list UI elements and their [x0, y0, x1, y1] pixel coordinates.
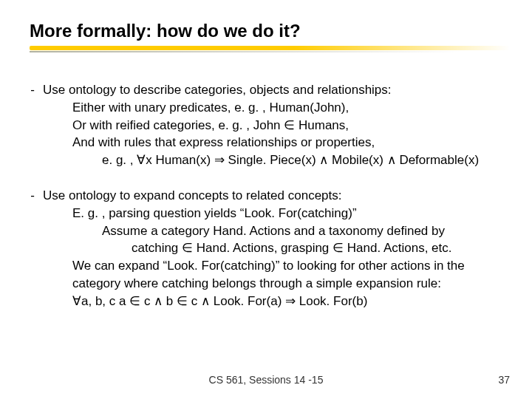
bullet-line: Use ontology to describe categories, obj… — [43, 81, 510, 99]
footer-course: CS 561, Sessions 14 -15 — [0, 374, 532, 386]
bullet-line: E. g. , parsing question yields “Look. F… — [43, 205, 510, 222]
slide: More formally: how do we do it? - Use on… — [0, 0, 532, 399]
bullet-line: Assume a category Hand. Actions and a ta… — [43, 222, 510, 240]
bullet-dash: - — [22, 81, 43, 169]
slide-title: More formally: how do we do it? — [30, 21, 301, 41]
bullet-item: - Use ontology to describe categories, o… — [22, 81, 510, 169]
bullet-line: Or with reified categories, e. g. , John… — [43, 117, 510, 134]
bullet-content: Use ontology to describe categories, obj… — [43, 81, 510, 169]
bullet-line: Either with unary predicates, e. g. , Hu… — [43, 99, 510, 117]
bullet-line: Use ontology to expand concepts to relat… — [43, 187, 510, 205]
bullet-line: We can expand “Look. For(catching)” to l… — [43, 257, 510, 293]
bullet-dash: - — [22, 187, 43, 310]
bullet-line: e. g. , ∀x Human(x) ⇒ Single. Piece(x) ∧… — [43, 151, 510, 169]
page-number: 37 — [498, 374, 510, 386]
slide-body: - Use ontology to describe categories, o… — [22, 81, 510, 328]
bullet-content: Use ontology to expand concepts to relat… — [43, 187, 510, 310]
title-underline — [30, 46, 510, 53]
bullet-line: ∀a, b, c a ∈ c ∧ b ∈ c ∧ Look. For(a) ⇒ … — [43, 293, 510, 310]
bullet-line: catching ∈ Hand. Actions, grasping ∈ Han… — [43, 239, 510, 257]
bullet-line: And with rules that express relationship… — [43, 134, 510, 151]
underline-gradient — [30, 46, 510, 50]
bullet-item: - Use ontology to expand concepts to rel… — [22, 187, 510, 310]
underline-shadow — [30, 51, 510, 52]
